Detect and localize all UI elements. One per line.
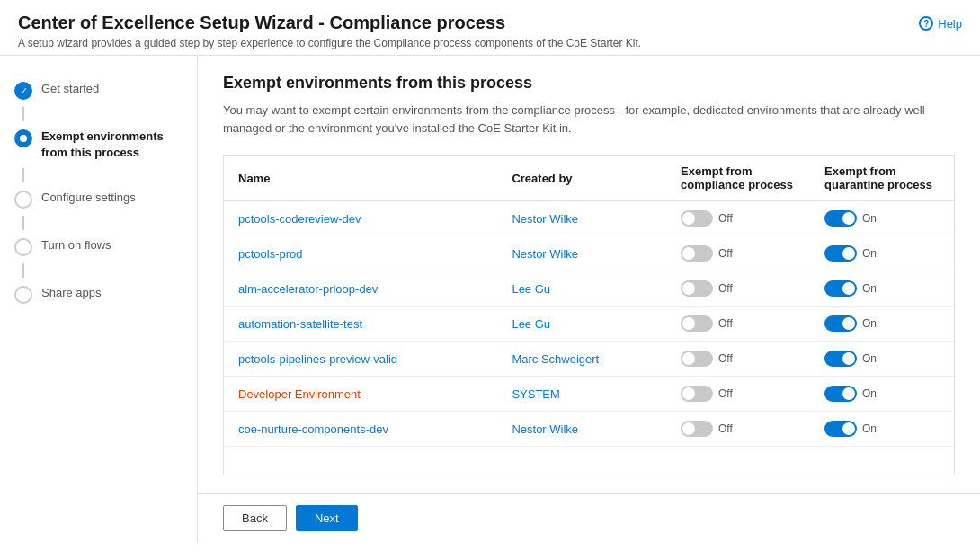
quarantine-toggle-label: On [862, 422, 877, 435]
sidebar-item-exempt-environments[interactable]: Exempt environments from this process [0, 121, 197, 168]
compliance-toggle[interactable] [681, 386, 713, 402]
quarantine-toggle-container: On [824, 280, 940, 297]
quarantine-toggle-label: On [862, 212, 877, 225]
env-name-cell[interactable]: alm-accelerator-prloop-dev [224, 271, 497, 307]
quarantine-toggle-label: On [862, 317, 877, 330]
quarantine-toggle-cell[interactable]: On [810, 307, 954, 342]
compliance-toggle[interactable] [681, 315, 713, 332]
quarantine-toggle-label: On [862, 282, 877, 295]
compliance-toggle-cell[interactable]: Off [666, 271, 810, 307]
next-button[interactable]: Next [296, 505, 358, 531]
compliance-toggle-container: Off [681, 386, 796, 402]
quarantine-toggle-knob [842, 212, 855, 225]
back-button[interactable]: Back [223, 505, 287, 531]
sidebar-label-flows: Turn on flows [41, 237, 111, 253]
compliance-toggle[interactable] [681, 280, 713, 297]
quarantine-toggle-container: On [824, 210, 940, 227]
quarantine-toggle-container: On [824, 351, 940, 367]
compliance-toggle-cell[interactable]: Off [666, 412, 810, 447]
env-name-cell[interactable]: coe-nurture-components-dev [224, 412, 497, 447]
environments-table-container[interactable]: Name Created by Exempt from compliance p… [223, 155, 955, 475]
compliance-toggle-cell[interactable]: Off [666, 201, 810, 236]
col-header-name: Name [224, 156, 497, 201]
compliance-toggle-container: Off [681, 280, 796, 297]
created-by-cell: Nestor Wilke [497, 236, 666, 271]
quarantine-toggle-cell[interactable]: On [810, 377, 954, 412]
compliance-toggle-knob [682, 247, 695, 260]
compliance-toggle-cell[interactable]: Off [666, 307, 810, 342]
env-name-cell[interactable]: automation-satellite-test [224, 307, 497, 342]
compliance-toggle[interactable] [681, 351, 713, 367]
app-container: Center of Excellence Setup Wizard - Comp… [0, 0, 980, 542]
help-link[interactable]: ? Help [919, 13, 962, 31]
page-title: Center of Excellence Setup Wizard - Comp… [18, 13, 641, 33]
main-layout: Get started Exempt environments from thi… [0, 56, 980, 542]
quarantine-toggle[interactable] [824, 386, 857, 402]
compliance-toggle-container: Off [681, 351, 796, 367]
quarantine-toggle-cell[interactable]: On [810, 236, 954, 271]
quarantine-toggle-knob [842, 352, 855, 365]
created-by-cell: Marc Schweigert [497, 342, 666, 377]
compliance-toggle-label: Off [718, 282, 733, 295]
help-label: Help [938, 17, 962, 31]
env-name-cell[interactable]: Developer Environment [224, 377, 497, 412]
table-row: pctools-codereview-devNestor WilkeOffOn [224, 201, 954, 236]
step-connector-1 [22, 107, 24, 121]
quarantine-toggle[interactable] [824, 421, 857, 437]
col-header-created-by: Created by [497, 156, 666, 201]
created-by-cell: Nestor Wilke [497, 201, 666, 236]
step-circle-flows [14, 238, 32, 256]
quarantine-toggle-cell[interactable]: On [810, 342, 954, 377]
sidebar-item-turn-on-flows[interactable]: Turn on flows [0, 230, 197, 263]
header-text: Center of Excellence Setup Wizard - Comp… [18, 13, 641, 49]
environments-table: Name Created by Exempt from compliance p… [224, 156, 954, 447]
table-row: automation-satellite-testLee GuOffOn [224, 307, 954, 342]
env-name-cell[interactable]: pctools-pipelines-preview-valid [224, 342, 497, 377]
quarantine-toggle-cell[interactable]: On [810, 201, 954, 236]
quarantine-toggle-knob [842, 387, 855, 400]
compliance-toggle-cell[interactable]: Off [666, 236, 810, 271]
footer: Back Next [198, 493, 980, 542]
quarantine-toggle[interactable] [824, 315, 857, 332]
compliance-toggle-label: Off [718, 352, 733, 365]
compliance-toggle-label: Off [718, 212, 733, 225]
compliance-toggle[interactable] [681, 421, 713, 437]
compliance-toggle-cell[interactable]: Off [666, 377, 810, 412]
sidebar-item-get-started[interactable]: Get started [0, 74, 197, 107]
step-connector-3 [22, 216, 24, 230]
help-icon: ? [919, 16, 933, 31]
compliance-toggle-knob [682, 317, 695, 330]
compliance-toggle[interactable] [681, 210, 713, 227]
quarantine-toggle-knob [842, 317, 855, 330]
compliance-toggle-container: Off [681, 421, 796, 437]
compliance-toggle-knob [682, 282, 695, 295]
quarantine-toggle-cell[interactable]: On [810, 412, 954, 447]
quarantine-toggle[interactable] [824, 245, 857, 262]
quarantine-toggle[interactable] [824, 351, 857, 367]
step-connector-2 [22, 168, 24, 182]
compliance-toggle[interactable] [681, 245, 713, 262]
quarantine-toggle-cell[interactable]: On [810, 271, 954, 307]
env-name-cell[interactable]: pctools-prod [224, 236, 497, 271]
col-header-compliance: Exempt from compliance process [666, 156, 810, 201]
content-area: Exempt environments from this process Yo… [198, 56, 980, 542]
table-row: Developer EnvironmentSYSTEMOffOn [224, 377, 954, 412]
compliance-toggle-cell[interactable]: Off [666, 342, 810, 377]
compliance-toggle-container: Off [681, 315, 796, 332]
quarantine-toggle-knob [842, 247, 855, 260]
quarantine-toggle[interactable] [824, 210, 857, 227]
sidebar-item-configure-settings[interactable]: Configure settings [0, 182, 197, 216]
sidebar-item-share-apps[interactable]: Share apps [0, 278, 197, 311]
created-by-cell: Lee Gu [497, 307, 666, 342]
created-by-cell: SYSTEM [497, 377, 666, 412]
quarantine-toggle-label: On [862, 247, 877, 260]
sidebar-label-exempt: Exempt environments from this process [41, 129, 183, 161]
env-name-cell[interactable]: pctools-codereview-dev [224, 201, 497, 236]
step-circle-share [14, 286, 32, 304]
step-circle-get-started [14, 82, 32, 100]
compliance-toggle-knob [682, 212, 695, 225]
quarantine-toggle[interactable] [824, 280, 857, 297]
step-connector-4 [22, 263, 24, 278]
quarantine-toggle-knob [842, 422, 855, 435]
step-circle-exempt [14, 129, 32, 147]
